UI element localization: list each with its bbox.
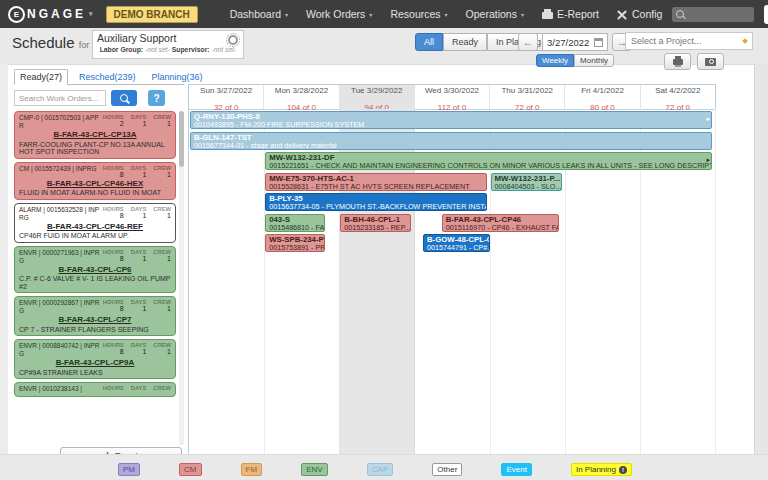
work-order-card[interactable]: CM | 0015572439 | INPRGHOURS8DAYS1CREW1B… — [14, 162, 176, 200]
schedule-bar[interactable]: B-GOW-48-CPL-C10015744791 - CP#... — [423, 234, 490, 252]
app-logo[interactable]: ENGAGE ▾ — [8, 6, 96, 23]
tab-planning[interactable]: Planning(36) — [147, 70, 208, 84]
card-col-hours: HOURS8 — [103, 165, 124, 179]
menu-item-label: Config — [632, 8, 662, 20]
day-label: Tue 3/29/2022 — [340, 86, 414, 96]
gear-icon[interactable] — [228, 35, 238, 45]
menu-item-resources[interactable]: Resources▾ — [390, 8, 447, 20]
schedule-bar[interactable]: 043-S0015486810 - FAR... — [265, 214, 325, 232]
schedule-bar[interactable]: B-FAR-43-CPL-CP460015116970 - CP46 - EXH… — [442, 214, 560, 232]
day-label: Sun 3/27/2022 — [189, 86, 263, 96]
legend-chip-pm: PM — [118, 463, 140, 476]
chevron-down-icon: ▾ — [89, 10, 96, 18]
card-col-crew: CREW1 — [153, 342, 171, 358]
view-toggle-group: WeeklyMonthly — [536, 54, 614, 67]
work-order-link[interactable]: B-FAR-43-CPL-CP13A — [19, 131, 171, 140]
schedule-bar[interactable]: B-GLN-147-TST0015677344-01 - stage and d… — [190, 132, 712, 150]
global-search-input[interactable] — [672, 7, 754, 22]
work-order-search-input[interactable]: Search Work Orders... — [14, 90, 106, 106]
card-columns: HOURS8DAYS1CREW1 — [103, 249, 171, 265]
legend-label: PM — [123, 465, 135, 474]
card-meta: ALARM | 0015632528 | INPRG — [19, 206, 103, 222]
help-button[interactable]: ? — [148, 90, 165, 106]
col-label: HOURS — [103, 249, 124, 255]
menu-item-work-orders[interactable]: Work Orders▾ — [306, 8, 372, 20]
work-order-card[interactable]: ENVR | 0008840742 | INPRGHOURS8DAYS1CREW… — [14, 339, 176, 379]
main-menu: Dashboard▾Work Orders▾Resources▾Operatio… — [230, 8, 663, 20]
calendar-icon[interactable] — [594, 38, 603, 47]
legend-chip-env: ENV — [301, 463, 327, 476]
work-order-sidebar: Ready(27)Resched(239)Planning(36) Search… — [14, 66, 184, 446]
col-label: DAYS — [131, 249, 147, 255]
schedule-bar[interactable]: MW-W132-231-P...0008404503 - SLO... — [491, 173, 562, 191]
col-label: DAYS — [131, 385, 147, 391]
work-order-card[interactable]: ALARM | 0015632528 | INPRGHOURS8DAYS1CRE… — [14, 203, 176, 243]
schedule-bar[interactable]: B-PLY-350015637734-05 - PLYMOUTH ST.-BAC… — [265, 193, 486, 211]
schedule-bar[interactable]: B-BH-46-CPL-10015233185 - REP... — [340, 214, 411, 232]
col-label: HOURS — [103, 165, 124, 171]
legend-label: CM — [184, 465, 196, 474]
work-order-card[interactable]: ENVR | 0000271963 | INPRGHOURS8DAYS1CREW… — [14, 246, 176, 294]
search-button[interactable] — [111, 90, 137, 106]
card-columns: HOURS8DAYS1CREW1 — [103, 165, 171, 179]
menu-item-label: E-Report — [557, 8, 599, 20]
bar-description: 0015116970 - CP46 - EXHAUST FAN 1 BELT .… — [446, 224, 556, 232]
view-button-monthly[interactable]: Monthly — [574, 54, 614, 67]
schedule-bar[interactable]: MW-E75-370-HTS-AC-10015528631 - E75TH ST… — [265, 173, 486, 191]
work-order-card[interactable]: ENVR | 0010238143 |HOURSDAYSCREW — [14, 382, 176, 397]
day-header-row: Sun 3/27/202232 of 0Mon 3/28/2022104 of … — [189, 85, 715, 110]
col-value: 1 — [131, 171, 147, 179]
work-order-card[interactable]: ENVR | 0000292867 | INPRGHOURS8DAYS1CREW… — [14, 296, 176, 336]
user-avatar[interactable] — [764, 5, 768, 24]
page-scrollbar[interactable] — [754, 64, 768, 454]
camera-icon — [705, 58, 716, 66]
snapshot-button[interactable] — [697, 53, 724, 70]
menu-item-dashboard[interactable]: Dashboard▾ — [230, 8, 288, 20]
labor-group-selector[interactable]: Auxiliary Support Labor Group: -not set-… — [92, 30, 244, 59]
legend-chip-cap: CAP — [367, 463, 393, 476]
schedule-bar[interactable]: WS-SPB-234-PUR...0015753891 - PRE... — [265, 234, 325, 252]
card-columns: HOURS2DAYS1CREW1 — [103, 114, 171, 130]
sidebar-tabs: Ready(27)Resched(239)Planning(36) — [14, 66, 184, 84]
menu-item-e-report[interactable]: E-Report — [542, 8, 599, 20]
filter-button-all[interactable]: All — [415, 33, 443, 51]
work-order-link[interactable]: B-FAR-43-CPL-CP7 — [19, 316, 171, 325]
tab-resched[interactable]: Resched(239) — [74, 70, 141, 84]
bar-description: 0015486810 - FAR... — [269, 224, 321, 232]
tab-ready[interactable]: Ready(27) — [14, 69, 68, 85]
day-header: Thu 3/31/202272 of 0 — [490, 85, 565, 109]
view-button-weekly[interactable]: Weekly — [536, 54, 574, 67]
bar-description: 0015753891 - PRE... — [269, 244, 321, 252]
schedule-bar[interactable]: Q-RNY-130-PHS-80010493895 - FM-200 FIRE … — [190, 111, 712, 129]
card-meta: ENVR | 0000292867 | INPRG — [19, 299, 103, 315]
work-order-link[interactable]: B-FAR-43-CPL-CP46-REF — [19, 223, 171, 232]
warning-icon: ! — [619, 466, 627, 474]
filter-button-ready[interactable]: Ready — [443, 33, 487, 51]
legend-chip-cm: CM — [179, 463, 201, 476]
work-order-link[interactable]: B-FAR-43-CPL-CP46-HEX — [19, 180, 171, 189]
work-order-description: CP 7 - STRAINER FLANGERS SEEPING — [19, 326, 171, 334]
menu-item-operations[interactable]: Operations▾ — [466, 8, 524, 20]
list-scrollbar[interactable] — [179, 111, 184, 445]
day-header: Tue 3/29/202294 of 0 — [340, 85, 415, 109]
previous-week-button[interactable]: ← — [518, 33, 538, 51]
project-select[interactable]: Select a Project... — [625, 32, 753, 50]
for-label: for — [79, 40, 90, 50]
color-legend: PMCMFMENVCAPOtherEventIn Planning! — [118, 463, 632, 476]
menu-item-config[interactable]: Config — [617, 8, 662, 20]
chevron-down-icon: ▾ — [285, 11, 288, 18]
col-value: 1 — [153, 212, 171, 220]
work-order-link[interactable]: B-FAR-43-CPL-CP9A — [19, 359, 171, 368]
work-order-card[interactable]: CMP-0 | 0015702503 | APPRHOURS2DAYS1CREW… — [14, 111, 176, 159]
card-col-days: DAYS1 — [131, 165, 147, 179]
schedule-bar[interactable]: MW-W132-231-DF0015221651 - CHECK AND MAI… — [265, 152, 712, 170]
legend-chip-other: Other — [432, 463, 462, 476]
work-order-link[interactable]: B-FAR-43-CPL-CP6 — [19, 266, 171, 275]
card-meta: CMP-0 | 0015702503 | APPR — [19, 114, 103, 130]
top-navigation-bar: ENGAGE ▾ DEMO BRANCH Dashboard▾Work Orde… — [0, 0, 768, 28]
day-header: Sat 4/2/202272 of 0 — [641, 85, 715, 109]
print-button[interactable] — [664, 53, 691, 70]
card-col-hours: HOURS8 — [103, 342, 124, 358]
continues-arrow-icon: ▸ — [706, 115, 710, 122]
date-picker[interactable]: 3/27/2022 — [542, 33, 608, 51]
